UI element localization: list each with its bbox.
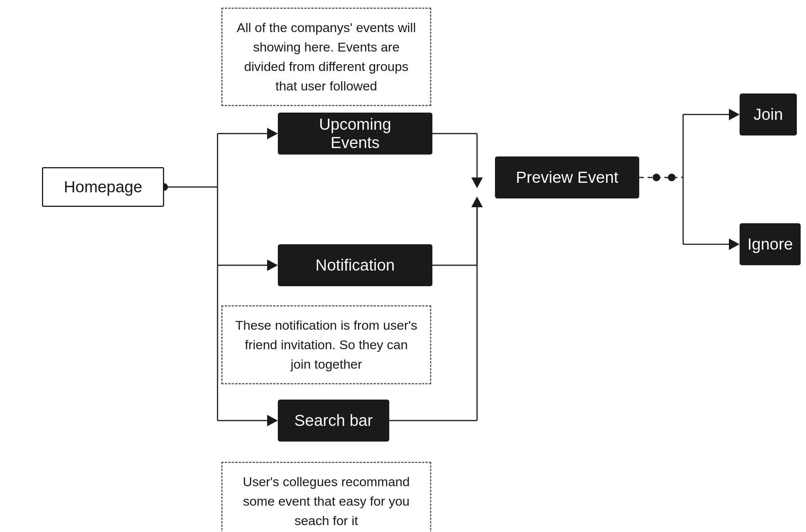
- upcoming-events-node[interactable]: Upcoming Events: [278, 113, 432, 155]
- search-note: User's collegues recommand some event th…: [221, 462, 431, 532]
- preview-event-label: Preview Event: [516, 168, 618, 187]
- search-note-text: User's collegues recommand some event th…: [243, 474, 409, 528]
- search-bar-node[interactable]: Search bar: [278, 400, 389, 442]
- ignore-label: Ignore: [747, 235, 793, 253]
- svg-marker-22: [729, 109, 740, 120]
- notification-label: Notification: [316, 256, 395, 274]
- search-bar-label: Search bar: [294, 411, 372, 430]
- svg-point-18: [653, 174, 660, 181]
- svg-marker-11: [471, 177, 483, 188]
- svg-marker-4: [267, 128, 278, 139]
- upcoming-events-note-text: All of the companys' events will showing…: [237, 20, 416, 93]
- preview-event-node[interactable]: Preview Event: [495, 156, 639, 198]
- svg-marker-14: [471, 197, 483, 207]
- join-label: Join: [753, 105, 783, 124]
- diagram-container: Homepage Upcoming Events Notification Se…: [0, 0, 806, 532]
- notification-note: These notification is from user's friend…: [221, 305, 431, 384]
- notification-note-text: These notification is from user's friend…: [235, 318, 417, 371]
- join-node[interactable]: Join: [740, 94, 797, 135]
- homepage-node: Homepage: [42, 167, 164, 207]
- homepage-label: Homepage: [64, 178, 142, 196]
- svg-point-19: [668, 174, 675, 181]
- notification-node[interactable]: Notification: [278, 244, 432, 286]
- upcoming-events-label: Upcoming Events: [293, 115, 417, 152]
- svg-marker-8: [267, 415, 278, 426]
- svg-marker-6: [267, 260, 278, 271]
- upcoming-events-note: All of the companys' events will showing…: [221, 8, 431, 106]
- svg-marker-24: [729, 239, 740, 250]
- ignore-node[interactable]: Ignore: [740, 223, 801, 265]
